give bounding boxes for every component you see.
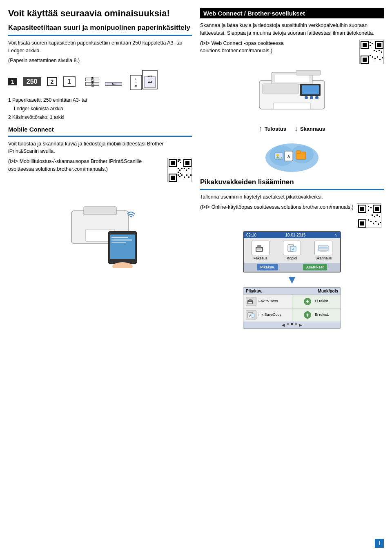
shortcut-cell-add-1[interactable]: + Ei rekist. [292, 295, 341, 308]
nav-next[interactable]: ▶ [299, 323, 302, 327]
svg-rect-46 [363, 43, 367, 47]
heading-mobile: Mobile Connect [8, 126, 192, 133]
svg-rect-52 [372, 43, 373, 44]
svg-rect-60 [374, 58, 376, 59]
paper-size-illustration: L T R A3 A4 [129, 69, 162, 94]
svg-rect-25 [178, 172, 179, 173]
svg-text:R: R [135, 85, 137, 87]
shortcut-row-2: A Ink SaveCopy + Ei rekist. [243, 308, 341, 322]
not-registered-1: Ei rekist. [315, 299, 329, 304]
skannaus-button[interactable]: Skannaus [314, 241, 332, 260]
svg-rect-96 [376, 214, 378, 216]
svg-rect-120 [251, 314, 254, 317]
svg-rect-62 [379, 59, 381, 60]
svg-rect-53 [370, 45, 371, 46]
body-webconnect-2: (ᐅᐅ Web Connect -opas osoitteessa soluti… [200, 40, 356, 55]
svg-rect-55 [376, 51, 377, 52]
svg-rect-24 [188, 168, 189, 169]
device-status-bar: 02:10 10.01.2015 ∿ [244, 232, 340, 238]
svg-rect-54 [374, 50, 375, 51]
svg-rect-58 [370, 55, 371, 56]
svg-rect-41 [111, 242, 126, 243]
svg-rect-48 [377, 43, 381, 47]
body-paper-1: Voit lisätä suuren kapasiteetin paperika… [8, 39, 192, 55]
body-webconnect-1: Skannaa ja lataa kuvia ja tiedostoja suo… [200, 22, 384, 37]
not-registered-2: Ei rekist. [315, 313, 329, 317]
svg-rect-21 [181, 168, 183, 169]
svg-rect-100 [373, 223, 374, 224]
svg-text:A: A [287, 154, 290, 159]
svg-text:T: T [135, 81, 137, 84]
device-date: 10.01.2015 [285, 233, 305, 237]
main-heading: Voit käyttää seuraavia ominaisuuksia! [8, 8, 192, 19]
svg-rect-18 [180, 162, 181, 163]
shortcut-cell-fax[interactable]: Fax to Boss [243, 295, 292, 308]
device-icons-row: Faksaus A A Kopioi [244, 238, 340, 263]
nav-dot-1 [287, 323, 289, 325]
svg-rect-103 [380, 222, 381, 223]
svg-rect-10 [171, 161, 175, 165]
svg-rect-114 [320, 250, 327, 252]
skannaus-btn-label: Skannaus [315, 256, 332, 260]
printer-illustration [200, 68, 384, 121]
body-mobile-2: (ᐅᐅ Mobiilitulostus-/-skannausopas Broth… [8, 158, 164, 173]
tray-num2: 2 [47, 77, 58, 86]
svg-rect-40 [111, 239, 132, 241]
device-screen-main: 02:10 10.01.2015 ∿ [243, 231, 341, 272]
svg-rect-66 [275, 74, 310, 83]
svg-rect-30 [184, 176, 185, 178]
svg-rect-35 [84, 207, 116, 215]
kopioi-button[interactable]: A A Kopioi [283, 241, 301, 260]
add-shortcut-2-icon[interactable]: + [304, 311, 311, 319]
kopioi-label: Kopioi [287, 256, 297, 260]
svg-text:A4: A4 [148, 80, 152, 84]
svg-rect-29 [181, 174, 183, 176]
svg-rect-90 [360, 221, 364, 226]
svg-rect-63 [382, 57, 383, 58]
shortcuts-panel-header: Pikakuv. Muok/pois [243, 288, 341, 295]
pikakuv-button[interactable]: Pikakuv. [257, 264, 278, 270]
shortcut-nav: ◀ ▶ [243, 322, 341, 328]
device-bottom-bar: Pikakuv. Asetukset [244, 263, 340, 272]
caption-1b: Ledger-kokoista arkkia [8, 105, 192, 113]
asetukset-button[interactable]: Asetukset [303, 264, 327, 270]
faksaus-label: Faksaus [254, 256, 267, 260]
body-paper-1b: (Paperin asettaminen sivulla 8.) [8, 57, 192, 65]
nav-prev[interactable]: ◀ [282, 323, 285, 327]
svg-rect-17 [178, 161, 179, 162]
shortcuts-panel: Pikakuv. Muok/pois [243, 287, 341, 329]
shortcut-cell-add-2[interactable]: + Ei rekist. [292, 308, 341, 322]
svg-rect-61 [377, 56, 378, 58]
svg-rect-99 [370, 221, 372, 222]
svg-rect-101 [375, 221, 376, 222]
svg-rect-93 [368, 210, 369, 211]
skannaus-arrow: ↓ [294, 125, 298, 133]
add-shortcut-1-icon[interactable]: + [304, 298, 311, 305]
svg-rect-105 [257, 245, 261, 248]
tray-diagram: 1 250 2 1 LTR LOR A3 [8, 69, 192, 94]
svg-rect-32 [188, 176, 189, 178]
svg-rect-56 [379, 50, 380, 51]
svg-rect-86 [360, 207, 364, 211]
svg-rect-116 [249, 299, 252, 301]
device-time: 02:10 [246, 233, 256, 237]
sub-heading-paper: Kapasiteetiltaan suuri ja monipuolinen p… [8, 24, 192, 32]
shortcut-cell-ink[interactable]: A Ink SaveCopy [243, 308, 292, 322]
svg-rect-91 [368, 206, 369, 207]
svg-rect-16 [179, 159, 180, 161]
faksaus-button[interactable]: Faksaus [252, 241, 270, 260]
svg-rect-113 [318, 248, 328, 248]
caption-2: 2 Käsinsyöttörako: 1 arkki [8, 114, 192, 121]
section-header-webconnect: Web Connect / Brother-sovellukset [200, 8, 384, 18]
body-mobile-1: Voit tulostaa ja skannata kuvia ja tiedo… [8, 140, 192, 156]
svg-text:L: L [135, 78, 137, 80]
svg-rect-57 [381, 51, 382, 53]
svg-rect-50 [363, 58, 367, 62]
svg-point-73 [310, 96, 313, 99]
fax-shortcut-icon [246, 297, 256, 306]
svg-rect-92 [370, 207, 372, 208]
svg-rect-94 [372, 214, 373, 216]
body-shortcuts-2: (ᐅᐅ Online-käyttöopas osoitteessa soluti… [200, 203, 354, 211]
nav-dot-2 [291, 323, 293, 325]
svg-rect-70 [302, 85, 319, 94]
